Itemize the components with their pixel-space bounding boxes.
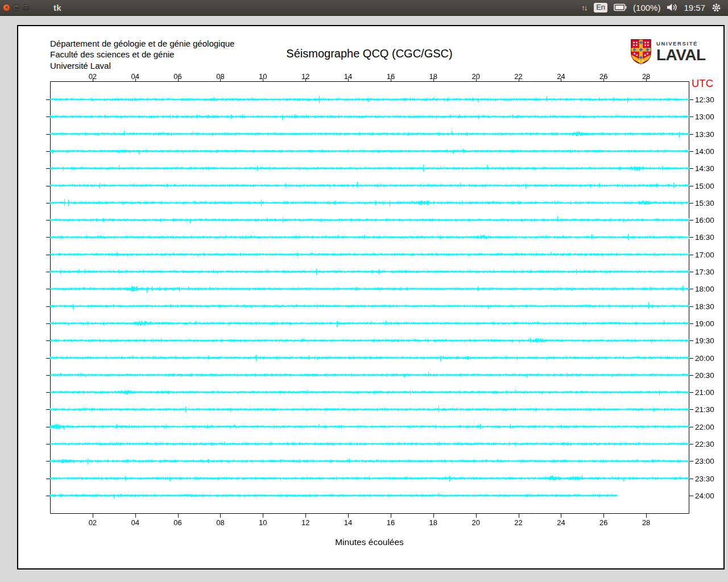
seismogram-canvas: [18, 26, 723, 568]
volume-icon[interactable]: [667, 3, 677, 11]
window-title: tk: [53, 3, 61, 13]
window-controls: [0, 4, 30, 11]
minimize-button[interactable]: [13, 4, 20, 11]
x-axis-title: Minutes écoulées: [50, 537, 689, 547]
clock[interactable]: 19:57: [684, 3, 705, 13]
network-arrows-icon[interactable]: ↑↓: [581, 3, 588, 12]
titlebar: tk ↑↓ En (100%) 19:57: [0, 0, 728, 16]
system-tray: ↑↓ En (100%) 19:57: [581, 3, 728, 13]
close-button[interactable]: [3, 4, 10, 11]
maximize-button[interactable]: [22, 4, 30, 11]
utc-axis-label: UTC: [692, 77, 713, 90]
gear-icon[interactable]: [712, 3, 721, 13]
seismograph-window: Département de géologie et de génie géol…: [17, 25, 725, 569]
battery-icon[interactable]: [614, 3, 627, 11]
battery-percent: (100%): [633, 3, 660, 13]
keyboard-layout-indicator[interactable]: En: [594, 3, 607, 13]
